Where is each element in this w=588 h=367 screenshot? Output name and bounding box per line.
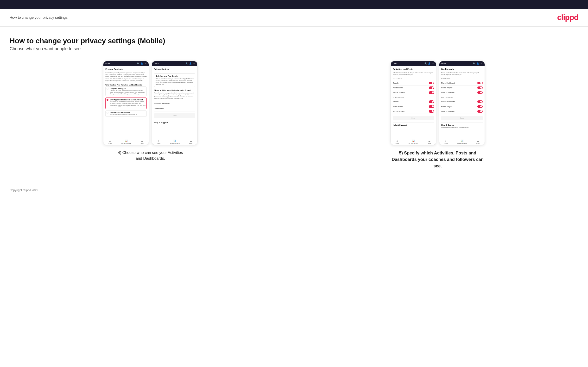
toggle-followers-round-insights: Round Insights xyxy=(441,104,483,109)
footer-home-3[interactable]: ⌂ Home xyxy=(396,139,399,144)
radio-coach-only[interactable]: Only You and Your Coach Only you and the… xyxy=(105,110,147,117)
menu-icon-2: ☰ xyxy=(190,139,192,142)
radio-followers[interactable]: Only Approved Followers and Your Coach O… xyxy=(105,98,147,109)
toggle-coaches-manual-switch[interactable] xyxy=(429,91,434,94)
save-button-4[interactable]: Save xyxy=(441,116,483,120)
settings-icon-3[interactable]: ⚙ xyxy=(432,62,434,65)
radio-circle-coach xyxy=(106,112,108,114)
activities-posts-title: Activities and Posts xyxy=(393,68,434,71)
save-button-3[interactable]: Save xyxy=(393,116,434,120)
footer: Copyright Clippd 2022 xyxy=(0,184,588,197)
followers-header-3: FOLLOWERS xyxy=(393,97,434,99)
toggle-followers-manual-switch[interactable] xyxy=(429,110,434,113)
footer-menu-4[interactable]: ☰ Menu xyxy=(476,139,480,144)
settings-icon[interactable]: ⚙ xyxy=(144,62,147,65)
phone-body-3: Activities and Posts Select the types of… xyxy=(391,66,436,138)
footer-home-1[interactable]: ⌂ Home xyxy=(108,139,112,144)
footer-menu-1[interactable]: ☰ Menu xyxy=(141,139,144,144)
search-icon-4[interactable]: 🔍 xyxy=(473,62,476,65)
toggle-followers-rounds-switch[interactable] xyxy=(429,100,434,103)
menu-icon: ☰ xyxy=(141,139,143,142)
toggle-coaches-drills-switch[interactable] xyxy=(429,86,434,89)
person-icon-3[interactable]: 👤 xyxy=(428,62,431,65)
header-icons-2: 🔍 👤 ⚙ xyxy=(186,62,195,65)
activities-posts-link[interactable]: Activities and Posts › xyxy=(154,101,195,106)
home-icon-3: ⌂ xyxy=(397,139,398,142)
chart-icon-4: 📊 xyxy=(460,139,463,142)
radio-text-coach: Only You and Your Coach Only you and the… xyxy=(110,112,137,116)
toggle-followers-drills-switch[interactable] xyxy=(429,105,434,108)
toggle-coaches-what-work: What To Work On xyxy=(441,90,483,95)
privacy-controls-tab[interactable]: Privacy Controls xyxy=(154,68,169,71)
header-icons-4: 🔍 👤 ⚙ xyxy=(473,62,483,65)
followers-header-4: FOLLOWERS xyxy=(441,97,483,99)
back-button-4[interactable]: ‹ Back xyxy=(441,62,446,65)
home-icon: ⌂ xyxy=(109,139,111,142)
info-box: Only You and Your Coach Only you and the… xyxy=(154,73,195,87)
person-icon[interactable]: 👤 xyxy=(141,62,143,65)
main-content: How to change your privacy settings (Mob… xyxy=(0,27,588,184)
copyright: Copyright Clippd 2022 xyxy=(10,189,38,192)
caption-group-1: 4) Choose who can see your Activities an… xyxy=(117,150,184,161)
dashboards-link[interactable]: Dashboards › xyxy=(154,106,195,111)
search-icon-3[interactable]: 🔍 xyxy=(424,62,427,65)
footer-performance-3[interactable]: 📊 My Performance xyxy=(409,139,418,144)
back-button-2[interactable]: ‹ Back xyxy=(154,62,159,65)
toggle-coaches-player-switch[interactable] xyxy=(477,82,483,84)
search-icon[interactable]: 🔍 xyxy=(137,62,139,65)
footer-performance-2[interactable]: 📊 My Performance xyxy=(170,139,180,144)
menu-icon-4: ☰ xyxy=(477,139,479,142)
toggle-coaches-insights-switch[interactable] xyxy=(477,86,483,89)
help-section-4: Help & Support Visit our Clippd communit… xyxy=(441,122,483,129)
help-section-2: Help & Support xyxy=(154,120,195,124)
toggle-followers-work-switch[interactable] xyxy=(477,110,483,113)
header-title: How to change your privacy settings xyxy=(10,15,68,19)
chart-icon-2: 📊 xyxy=(173,139,176,142)
footer-home-2[interactable]: ⌂ Home xyxy=(157,139,160,144)
toggle-followers-insights-switch[interactable] xyxy=(477,105,483,108)
phone-footer-2: ⌂ Home 📊 My Performance ☰ Menu xyxy=(152,138,197,145)
phone-body-4: Dashboards Select the dashboards that yo… xyxy=(439,66,484,138)
header-icons-3: 🔍 👤 ⚙ xyxy=(424,62,434,65)
coaches-header-3: COACHES xyxy=(393,78,434,80)
footer-home-4[interactable]: ⌂ Home xyxy=(444,139,448,144)
show-hide-title: Show or hide specific features in Clippd xyxy=(154,89,195,92)
settings-icon-4[interactable]: ⚙ xyxy=(480,62,483,65)
person-icon-4[interactable]: 👤 xyxy=(477,62,479,65)
phone-footer-3: ⌂ Home 📊 My Performance ☰ Menu xyxy=(391,138,436,145)
menu-icon-3: ☰ xyxy=(428,139,431,142)
search-icon-2[interactable]: 🔍 xyxy=(186,62,188,65)
back-button-3[interactable]: ‹ Back xyxy=(393,62,398,65)
footer-performance-1[interactable]: 📊 My Performance xyxy=(121,139,131,144)
toggle-followers-manual: Manual Activities xyxy=(393,109,434,114)
dashboards-title: Dashboards xyxy=(441,68,483,71)
activities-posts-desc: Select the types of activity that you'd … xyxy=(393,72,434,76)
screenshot-group-1: ‹ Back 🔍 👤 ⚙ Privacy Controls Control ho… xyxy=(10,61,291,161)
phone-screen-1: ‹ Back 🔍 👤 ⚙ Privacy Controls Control ho… xyxy=(103,61,149,145)
top-bar xyxy=(0,0,588,9)
radio-circle-followers xyxy=(106,99,108,101)
footer-menu-2[interactable]: ☰ Menu xyxy=(189,139,193,144)
phone-screen-3: ‹ Back 🔍 👤 ⚙ Activities and Posts Select… xyxy=(390,61,436,145)
person-icon-2[interactable]: 👤 xyxy=(189,62,192,65)
phone-header-2: ‹ Back 🔍 👤 ⚙ xyxy=(152,61,197,66)
toggle-coaches-work-switch[interactable] xyxy=(477,91,483,94)
back-button-1[interactable]: ‹ Back xyxy=(105,62,110,65)
toggle-coaches-drills: Practice Drills xyxy=(393,85,434,90)
logo: clippd xyxy=(557,13,578,22)
phone-body-2: Privacy Controls Only You and Your Coach… xyxy=(152,66,197,138)
help-section-3: Help & Support xyxy=(393,122,434,126)
dashboards-desc: Select the dashboards that you'd like to… xyxy=(441,72,483,76)
radio-everyone[interactable]: Everyone on Clippd Everyone on Clippd ca… xyxy=(105,86,147,96)
toggle-followers-drills: Practice Drills xyxy=(393,104,434,109)
footer-menu-3[interactable]: ☰ Menu xyxy=(428,139,431,144)
who-can-see-label: Who Can See Your Activities and Dashboar… xyxy=(105,84,147,86)
footer-performance-4[interactable]: 📊 My Performance xyxy=(457,139,467,144)
radio-text-everyone: Everyone on Clippd Everyone on Clippd ca… xyxy=(110,88,146,95)
phone-header-1: ‹ Back 🔍 👤 ⚙ xyxy=(104,61,149,66)
home-icon-2: ⌂ xyxy=(158,139,159,142)
save-button-2[interactable]: Save xyxy=(154,113,195,118)
toggle-coaches-rounds-switch[interactable] xyxy=(429,82,434,84)
toggle-followers-player-switch[interactable] xyxy=(477,100,483,103)
settings-icon-2[interactable]: ⚙ xyxy=(193,62,195,65)
